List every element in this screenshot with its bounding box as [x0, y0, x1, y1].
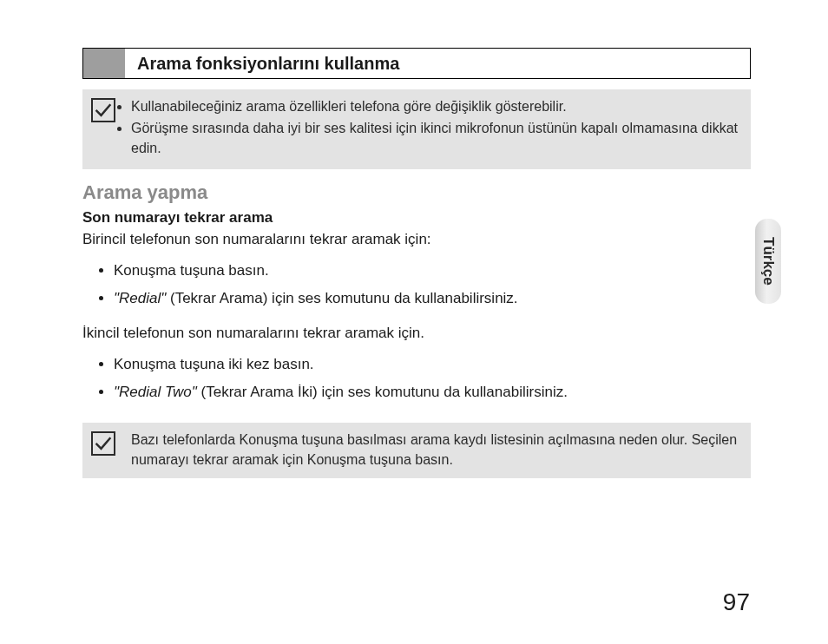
language-side-tab: Türkçe — [755, 219, 781, 304]
subsub-heading: Son numarayı tekrar arama — [82, 209, 751, 227]
list-item: "Redial Two" (Tekrar Arama İki) için ses… — [114, 378, 751, 406]
note1-item: Görüşme sırasında daha iyi bir ses kalit… — [131, 118, 739, 158]
page-content: Arama fonksiyonlarını kullanma Kullanabi… — [82, 48, 751, 478]
checkmark-icon — [95, 435, 112, 452]
note-box-1: Kullanabileceğiniz arama özellikleri tel… — [82, 89, 751, 169]
redial-quote: "Redial" — [114, 290, 166, 306]
note-icon-2 — [91, 430, 126, 456]
paragraph: Birincil telefonun son numaralarını tekr… — [82, 228, 751, 251]
page-number: 97 — [723, 588, 750, 616]
list-item-text: (Tekrar Arama) için ses komutunu da kull… — [166, 290, 517, 306]
note1-item: Kullanabileceğiniz arama özellikleri tel… — [131, 96, 739, 116]
subheading: Arama yapma — [82, 181, 751, 204]
checkmark-icon — [95, 102, 112, 119]
check-square-icon — [91, 98, 115, 122]
list-item: Konuşma tuşuna iki kez basın. — [114, 351, 751, 378]
note-box-2: Bazı telefonlarda Konuşma tuşuna basılma… — [82, 423, 751, 478]
section-titlebar: Arama fonksiyonlarını kullanma — [82, 48, 751, 79]
paragraph: İkincil telefonun son numaralarını tekra… — [82, 322, 751, 345]
titlebar-slab — [83, 49, 125, 78]
redial-two-quote: "Redial Two" — [114, 384, 197, 400]
section-title: Arama fonksiyonlarını kullanma — [125, 49, 750, 78]
note2-text: Bazı telefonlarda Konuşma tuşuna basılma… — [126, 430, 739, 470]
side-tab-label: Türkçe — [759, 237, 777, 286]
check-square-icon — [91, 431, 115, 456]
list-item: "Redial" (Tekrar Arama) için ses komutun… — [114, 285, 751, 312]
list-item: Konuşma tuşuna basın. — [114, 257, 751, 285]
list-item-text: (Tekrar Arama İki) için ses komutunu da … — [197, 384, 568, 400]
body-list-2: Konuşma tuşuna iki kez basın. "Redial Tw… — [82, 351, 751, 407]
body-list-1: Konuşma tuşuna basın. "Redial" (Tekrar A… — [82, 257, 751, 313]
note1-list: Kullanabileceğiniz arama özellikleri tel… — [126, 96, 739, 161]
